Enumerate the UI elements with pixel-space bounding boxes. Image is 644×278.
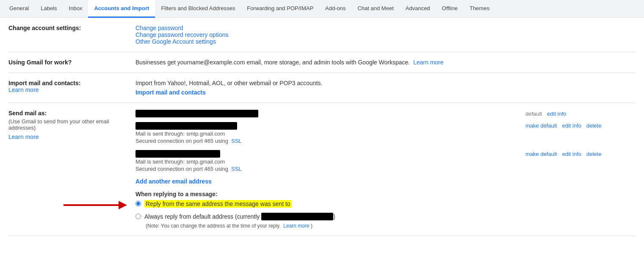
send-mail-entry-2-delete[interactable]: delete <box>586 122 601 129</box>
send-mail-entry-3-ssl[interactable]: SSL <box>231 166 242 172</box>
import-title: Import mail and contacts: <box>8 80 127 86</box>
nav-tab-accounts-import[interactable]: Accounts and Import <box>88 0 155 18</box>
reply-note-suffix: ) <box>311 223 312 229</box>
gmail-work-content: Businesses get yourname@example.com emai… <box>135 59 636 66</box>
send-mail-entry-3-info: Mail is sent through: smtp.gmail.com Sec… <box>135 150 525 172</box>
send-mail-entry-2-wrapper: Mail is sent through: smtp.gmail.com Sec… <box>135 122 636 144</box>
import-row: Import mail and contacts: Learn more Imp… <box>8 73 636 103</box>
change-recovery-link[interactable]: Change password recovery options <box>135 31 228 38</box>
nav-tab-advanced[interactable]: Advanced <box>400 0 436 18</box>
send-mail-label: Send mail as: (Use Gmail to send from yo… <box>8 110 135 140</box>
arrow-line <box>64 204 119 206</box>
settings-nav: GeneralLabelsInboxAccounts and ImportFil… <box>0 0 644 18</box>
send-mail-entry-3-wrapper: Mail is sent through: smtp.gmail.com Sec… <box>135 150 636 172</box>
reply-option-1-wrapper: Reply from the same address the message … <box>135 200 292 210</box>
send-mail-entry-3-make-default[interactable]: make default <box>525 151 557 157</box>
change-account-row: Change account settings: Change password… <box>8 18 636 52</box>
send-mail-content: default edit info Mail is sent through: … <box>135 110 636 229</box>
nav-tab-offline[interactable]: Offline <box>436 0 464 18</box>
reply-same-label[interactable]: Reply from the same address the message … <box>135 200 292 208</box>
send-mail-entry-2-info: Mail is sent through: smtp.gmail.com Sec… <box>135 122 525 144</box>
change-password-link[interactable]: Change password <box>135 25 183 31</box>
gmail-work-row: Using Gmail for work? Businesses get you… <box>8 52 636 73</box>
nav-tab-chat-meet[interactable]: Chat and Meet <box>351 0 399 18</box>
send-mail-entry-3-delete[interactable]: delete <box>586 151 601 157</box>
settings-content: Change account settings: Change password… <box>0 18 644 236</box>
import-description: Import from Yahoo!, Hotmail, AOL, or oth… <box>135 80 636 86</box>
nav-tab-inbox[interactable]: Inbox <box>63 0 88 18</box>
send-mail-entry-2-actions: make default edit info delete <box>525 122 636 129</box>
send-mail-entry-1-info <box>135 110 525 117</box>
reply-default-address <box>261 213 333 220</box>
reply-default-closing: ) <box>333 213 335 220</box>
reply-default-label[interactable]: Always reply from default address (curre… <box>135 213 335 220</box>
send-mail-entry-2-ssl[interactable]: SSL <box>231 138 242 144</box>
send-mail-entry-2-port: Secured connection on port 465 using SSL <box>135 138 525 144</box>
reply-section-title: When replying to a message: <box>135 191 636 197</box>
send-mail-entry-3-actions: make default edit info delete <box>525 150 636 157</box>
nav-tab-themes[interactable]: Themes <box>464 0 495 18</box>
send-mail-entry-2-make-default[interactable]: make default <box>525 122 557 129</box>
send-mail-row: Send mail as: (Use Gmail to send from yo… <box>8 103 636 236</box>
reply-note-prefix: (Note: You can change the address at the… <box>146 223 281 229</box>
nav-tab-filters[interactable]: Filters and Blocked Addresses <box>155 0 241 18</box>
send-mail-learn-more[interactable]: Learn more <box>8 133 39 140</box>
send-mail-entry-2-edit[interactable]: edit info <box>562 122 581 129</box>
reply-default-text: Always reply from default address (curre… <box>144 213 260 220</box>
reply-section: When replying to a message: Reply from t… <box>135 191 636 229</box>
import-action-link[interactable]: Import mail and contacts <box>135 89 206 96</box>
send-mail-entry-1-address <box>135 110 258 117</box>
reply-same-radio[interactable] <box>135 201 141 206</box>
send-mail-entry-2: Mail is sent through: smtp.gmail.com Sec… <box>135 122 636 144</box>
import-learn-more[interactable]: Learn more <box>8 86 39 93</box>
send-mail-entry-1-edit[interactable]: edit info <box>547 111 567 117</box>
reply-default-radio[interactable] <box>135 214 141 219</box>
reply-note: (Note: You can change the address at the… <box>146 223 312 229</box>
import-label: Import mail and contacts: Learn more <box>8 80 135 93</box>
arrow-head <box>119 201 127 209</box>
import-content: Import from Yahoo!, Hotmail, AOL, or oth… <box>135 80 636 96</box>
send-mail-entry-1: default edit info <box>135 110 636 117</box>
send-mail-entry-3-port: Secured connection on port 465 using SSL <box>135 166 525 172</box>
send-mail-entry-3-address <box>135 150 220 158</box>
change-account-label: Change account settings: <box>8 25 135 31</box>
gmail-work-title: Using Gmail for work? <box>8 59 72 66</box>
change-account-content: Change password Change password recovery… <box>135 25 636 45</box>
nav-tab-forwarding[interactable]: Forwarding and POP/IMAP <box>241 0 319 18</box>
red-arrow <box>64 201 127 209</box>
send-mail-subtitle: (Use Gmail to send from your other email… <box>8 118 127 131</box>
reply-options: Reply from the same address the message … <box>135 200 636 229</box>
reply-same-text: Reply from the same address the message … <box>144 200 292 208</box>
send-mail-entry-3-smtp: Mail is sent through: smtp.gmail.com <box>135 158 525 165</box>
send-mail-title: Send mail as: <box>8 110 127 117</box>
send-mail-entry-2-smtp: Mail is sent through: smtp.gmail.com <box>135 131 525 137</box>
send-mail-entry-1-actions: default edit info <box>525 110 636 117</box>
send-mail-entry-3: Mail is sent through: smtp.gmail.com Sec… <box>135 150 636 172</box>
reply-option-2-wrapper: Always reply from default address (curre… <box>135 213 335 223</box>
nav-tab-addons[interactable]: Add-ons <box>319 0 351 18</box>
send-mail-entry-3-edit[interactable]: edit info <box>562 151 581 157</box>
gmail-work-description: Businesses get yourname@example.com emai… <box>135 59 410 66</box>
gmail-work-label: Using Gmail for work? <box>8 59 135 66</box>
add-another-email-link[interactable]: Add another email address <box>135 178 212 185</box>
send-mail-entry-1-default: default <box>525 111 542 117</box>
send-mail-entry-2-address <box>135 122 237 130</box>
reply-note-learn-more[interactable]: Learn more <box>283 223 309 229</box>
add-another-wrapper: Add another email address <box>135 178 636 185</box>
nav-tab-labels[interactable]: Labels <box>35 0 63 18</box>
gmail-work-learn-more[interactable]: Learn more <box>413 59 444 66</box>
change-account-title: Change account settings: <box>8 25 81 31</box>
nav-tab-general[interactable]: General <box>3 0 35 18</box>
google-account-link[interactable]: Other Google Account settings <box>135 38 216 45</box>
